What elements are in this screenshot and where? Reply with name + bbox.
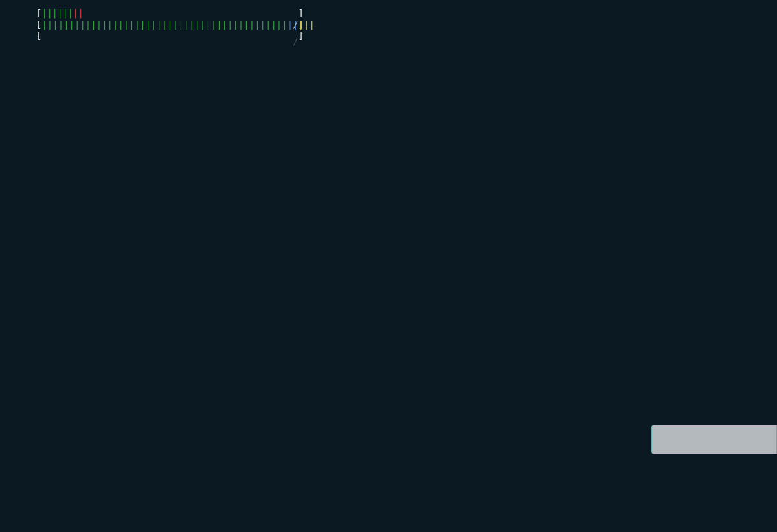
htop-screen: [||||||||] [||||||||||||||||||||||||||||… — [0, 0, 777, 52]
mem-meter: [|||||||||||||||||||||||||||||||||||||||… — [12, 19, 365, 31]
load-line — [384, 8, 395, 19]
meters: [||||||||] [||||||||||||||||||||||||||||… — [12, 8, 365, 42]
swp-meter: [/] — [12, 30, 365, 42]
cpu-meter: [||||||||] — [12, 8, 365, 19]
header-area: [||||||||] [||||||||||||||||||||||||||||… — [0, 0, 777, 47]
summary — [384, 8, 395, 42]
